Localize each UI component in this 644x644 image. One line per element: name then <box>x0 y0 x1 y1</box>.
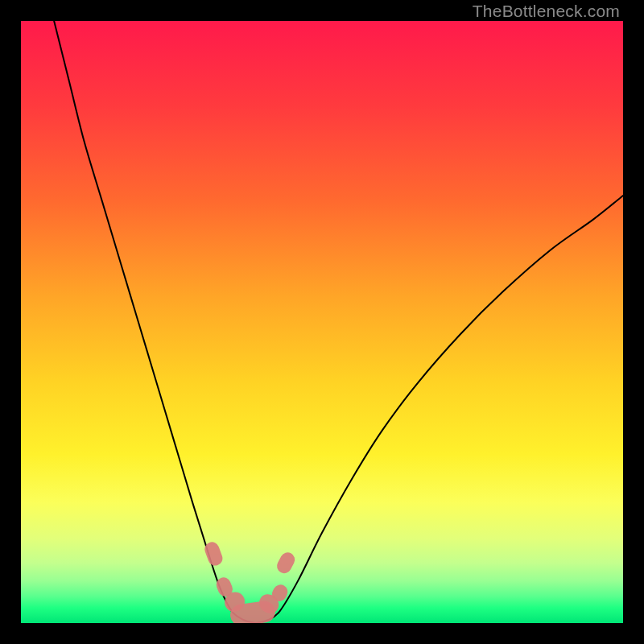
chart-frame <box>21 21 623 623</box>
watermark-text: TheBottleneck.com <box>473 2 620 21</box>
bottleneck-chart <box>21 21 623 623</box>
